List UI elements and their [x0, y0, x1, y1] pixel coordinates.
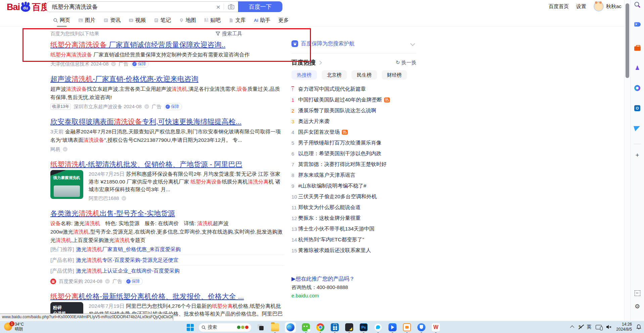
tab-地图[interactable]: 地图 [179, 17, 196, 25]
cast-device-icon[interactable] [596, 325, 602, 329]
source-dropdown-icon[interactable] [111, 61, 116, 66]
hot-search-item[interactable]: 5男子用铁锤敲打百万次绘潘展乐肖像 [291, 137, 416, 148]
protection-badge[interactable]: ✓保障 [164, 103, 182, 110]
protection-badge[interactable]: ✓保障 [125, 278, 143, 285]
hot-search-item[interactable]: 4国乒女团首次登场热 [291, 127, 416, 137]
result-sublink[interactable]: [热门推荐]激光清洗机厂家直销_价格优惠_来百度爱采购 [50, 244, 284, 255]
photoshop-icon[interactable]: Ps [359, 323, 368, 332]
notification-bell-icon[interactable] [636, 324, 641, 330]
source-dropdown-icon[interactable] [63, 147, 67, 152]
edge-icon[interactable] [285, 322, 296, 332]
refresh-button[interactable]: ↻ 换一换 [396, 59, 416, 66]
search-box[interactable]: × [46, 1, 238, 12]
task-view-icon[interactable] [256, 323, 265, 332]
chrome-icon[interactable] [316, 323, 325, 332]
source-dropdown-icon[interactable] [144, 104, 149, 109]
avatar[interactable] [594, 1, 604, 11]
baidu-logo[interactable]: Bai du 百度 [7, 1, 49, 13]
search-button[interactable]: 百度一下 [238, 1, 282, 12]
file-explorer-icon[interactable] [271, 323, 279, 332]
start-button[interactable] [187, 324, 194, 331]
tab-笔记[interactable]: 笔记 [154, 17, 171, 25]
tab-视频[interactable]: 视频 [129, 17, 146, 25]
user-account[interactable]: 秋秋ac [594, 1, 622, 11]
hot-search-item[interactable]: 11郑钦文为什么那么能说会道 [291, 202, 416, 213]
hot-search-item[interactable]: 2潘展乐瞥了眼美国队说这怎么说啊 [291, 105, 416, 116]
hot-search-item[interactable]: 6以总理：希望美国别干涉以色列内政 [291, 148, 416, 159]
pen-disabled-icon[interactable]: ✎ [579, 324, 583, 330]
hot-tab-民生榜[interactable]: 民生榜 [352, 70, 377, 80]
camera-icon[interactable] [224, 4, 238, 9]
weather-widget[interactable]: 1 34°C晴朗 [4, 322, 24, 331]
hot-search-item[interactable]: 12樊振东：这枚金牌分量很重 [291, 213, 416, 223]
result-title-link[interactable]: 各类激光清洗机出售-型号齐全-实地货源 [50, 208, 284, 218]
search-icon[interactable] [633, 1, 641, 9]
tab-贴吧[interactable]: 贴贴吧 [204, 17, 221, 25]
screenshot-icon[interactable]: ✂ [633, 289, 641, 297]
scrollbar-thumb[interactable] [626, 3, 629, 78]
hot-tab-财经榜[interactable]: 财经榜 [382, 70, 407, 80]
notepad-icon[interactable] [345, 323, 354, 332]
hot-search-item[interactable]: 8胖东来或落户天津系谣言 [291, 170, 416, 180]
search-tools-button[interactable]: 搜索工具 [216, 31, 242, 37]
hot-search-item[interactable]: 3奥运大片来袭 [291, 116, 416, 127]
search-input[interactable] [51, 3, 213, 10]
hot-tab-北京榜[interactable]: 北京榜 [322, 70, 347, 80]
ime-language-indicator[interactable]: 英 [587, 324, 591, 330]
baidu-protection-row[interactable]: 百度保障为您搜索护航 [291, 40, 416, 48]
tab-资讯[interactable]: 资讯 [103, 17, 121, 25]
result-thumbnail[interactable]: 强力摩擦清洗机 [50, 170, 83, 199]
hot-search-item[interactable]: 7莫雷加德：决赛打得比对阵王楚钦时好 [291, 159, 416, 170]
qq-icon[interactable] [374, 323, 382, 332]
tab-文库[interactable]: 文库 [229, 17, 246, 25]
tray-chevron-up-icon[interactable] [571, 326, 574, 329]
hot-search-item[interactable]: 14杭州热到“车内ETC都变形了” [291, 234, 416, 245]
hot-search-item[interactable]: 15黄雅琼被求婚后还没联系家里人 [291, 245, 416, 256]
games-icon[interactable]: ♟ [633, 64, 641, 72]
baidu-home-link[interactable]: 百度首页 [549, 3, 569, 10]
drop-icon[interactable] [633, 124, 641, 132]
toolbox-icon[interactable] [633, 44, 641, 52]
source-dropdown-icon[interactable] [105, 279, 110, 284]
protection-badge[interactable]: ✓保障 [131, 60, 149, 68]
chevron-down-icon[interactable] [410, 41, 415, 46]
hot-search-item[interactable]: 9#山东砍编制说明考编不稳了# [291, 180, 416, 191]
result-title-link[interactable]: 纸塑分离机价格-最新纸塑分离机价格、批发报价、价格大全 ... [50, 291, 284, 301]
volume-muted-icon[interactable] [606, 325, 612, 329]
wechat-icon[interactable] [302, 323, 310, 332]
hot-search-item[interactable]: 1中国打破美国队超过40年的金牌垄断热 [291, 94, 416, 105]
source-dropdown-icon[interactable] [122, 196, 126, 201]
result-title-link[interactable]: 欣安泰取得玻璃表面清洗设备专利,可快速更换海绵辊提高检... [50, 117, 284, 127]
promo-link[interactable]: ▶想在此推广您的产品吗？ [291, 275, 416, 283]
tab-网页[interactable]: 网页 [53, 17, 70, 25]
add-icon[interactable]: + [633, 151, 641, 159]
result-title-link[interactable]: 纸塑清洗机-纸塑清洗机批发、促销价格、产地货源 - 阿里巴巴 [50, 159, 284, 169]
wps-icon[interactable]: W [431, 323, 440, 332]
promo-site-link[interactable]: e.baidu.com [291, 291, 416, 300]
tab-图片[interactable]: 图片 [78, 17, 95, 25]
settings-icon[interactable]: ⚙ [633, 302, 641, 310]
tab-更多[interactable]: 更多 [278, 17, 289, 25]
hot-tab-热搜榜[interactable]: 热搜榜 [291, 70, 317, 80]
scrollbar[interactable] [624, 0, 630, 321]
outlook-icon[interactable]: O [633, 104, 641, 112]
hot-search-item[interactable]: 10三伏天男子偷走20多台空调和外机 [291, 191, 416, 202]
settings-link[interactable]: 设置 [576, 3, 586, 10]
clock[interactable]: 14:262024/8/5 [616, 322, 632, 332]
pcmgr-icon[interactable] [417, 323, 426, 332]
result-title-link[interactable]: 超声波清洗机-厂家直销-价格优惠-欢迎来电咨询 [50, 74, 284, 84]
m365-icon[interactable] [633, 84, 641, 92]
hot-search-title[interactable]: 百度热搜 [291, 58, 316, 67]
taskbar-search[interactable]: 搜索 [198, 323, 251, 332]
result-sublink[interactable]: [产品名称]激光清洗机专区-百度爱采购-货源充足还便宜 [50, 255, 284, 266]
hot-search-item[interactable]: 13博士生小伙不带手机134天游中国 [291, 223, 416, 234]
tab-助手[interactable]: Ai助手 [254, 17, 270, 25]
clear-icon[interactable]: × [213, 3, 224, 10]
a360-icon[interactable] [403, 323, 411, 332]
shopping-icon[interactable] [633, 20, 641, 28]
result-sublink[interactable]: [产品优势]激光清洗机上认证企业_在线询价-百度爱采购 [50, 266, 284, 276]
hot-search-item[interactable]: ↑奋力谱写中国式现代化新篇章 [291, 84, 416, 94]
store-icon[interactable] [330, 323, 339, 332]
result-title-link[interactable]: 纸塑分离清洗设备 厂家直销诚信经营质量保障欢迎咨询.. [50, 40, 284, 50]
meeting-icon[interactable] [388, 323, 397, 332]
